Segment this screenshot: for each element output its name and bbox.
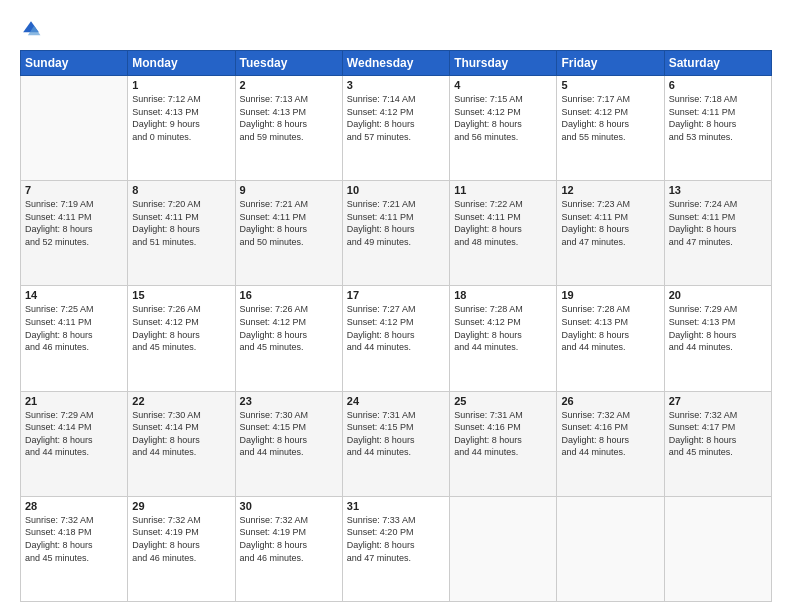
calendar-cell: 26Sunrise: 7:32 AMSunset: 4:16 PMDayligh… [557,391,664,496]
day-info: Sunrise: 7:32 AMSunset: 4:16 PMDaylight:… [561,409,659,459]
day-number: 14 [25,289,123,301]
day-number: 1 [132,79,230,91]
day-info: Sunrise: 7:20 AMSunset: 4:11 PMDaylight:… [132,198,230,248]
calendar-cell: 25Sunrise: 7:31 AMSunset: 4:16 PMDayligh… [450,391,557,496]
calendar-cell: 16Sunrise: 7:26 AMSunset: 4:12 PMDayligh… [235,286,342,391]
logo [20,18,46,40]
calendar-cell: 23Sunrise: 7:30 AMSunset: 4:15 PMDayligh… [235,391,342,496]
day-number: 20 [669,289,767,301]
weekday-header: Thursday [450,51,557,76]
calendar-cell: 2Sunrise: 7:13 AMSunset: 4:13 PMDaylight… [235,76,342,181]
day-info: Sunrise: 7:15 AMSunset: 4:12 PMDaylight:… [454,93,552,143]
weekday-header: Monday [128,51,235,76]
calendar-cell: 21Sunrise: 7:29 AMSunset: 4:14 PMDayligh… [21,391,128,496]
day-info: Sunrise: 7:31 AMSunset: 4:15 PMDaylight:… [347,409,445,459]
day-info: Sunrise: 7:30 AMSunset: 4:15 PMDaylight:… [240,409,338,459]
calendar-week-row: 21Sunrise: 7:29 AMSunset: 4:14 PMDayligh… [21,391,772,496]
day-info: Sunrise: 7:17 AMSunset: 4:12 PMDaylight:… [561,93,659,143]
day-number: 21 [25,395,123,407]
day-info: Sunrise: 7:19 AMSunset: 4:11 PMDaylight:… [25,198,123,248]
day-number: 28 [25,500,123,512]
calendar-week-row: 14Sunrise: 7:25 AMSunset: 4:11 PMDayligh… [21,286,772,391]
calendar-cell: 17Sunrise: 7:27 AMSunset: 4:12 PMDayligh… [342,286,449,391]
day-info: Sunrise: 7:18 AMSunset: 4:11 PMDaylight:… [669,93,767,143]
day-number: 17 [347,289,445,301]
calendar-cell [21,76,128,181]
day-info: Sunrise: 7:28 AMSunset: 4:13 PMDaylight:… [561,303,659,353]
calendar-week-row: 28Sunrise: 7:32 AMSunset: 4:18 PMDayligh… [21,496,772,601]
calendar-cell: 8Sunrise: 7:20 AMSunset: 4:11 PMDaylight… [128,181,235,286]
day-number: 16 [240,289,338,301]
day-info: Sunrise: 7:29 AMSunset: 4:13 PMDaylight:… [669,303,767,353]
page: SundayMondayTuesdayWednesdayThursdayFrid… [0,0,792,612]
calendar-cell: 24Sunrise: 7:31 AMSunset: 4:15 PMDayligh… [342,391,449,496]
day-number: 5 [561,79,659,91]
day-info: Sunrise: 7:14 AMSunset: 4:12 PMDaylight:… [347,93,445,143]
calendar-cell: 18Sunrise: 7:28 AMSunset: 4:12 PMDayligh… [450,286,557,391]
day-info: Sunrise: 7:21 AMSunset: 4:11 PMDaylight:… [347,198,445,248]
calendar-week-row: 7Sunrise: 7:19 AMSunset: 4:11 PMDaylight… [21,181,772,286]
day-info: Sunrise: 7:29 AMSunset: 4:14 PMDaylight:… [25,409,123,459]
day-info: Sunrise: 7:23 AMSunset: 4:11 PMDaylight:… [561,198,659,248]
day-info: Sunrise: 7:31 AMSunset: 4:16 PMDaylight:… [454,409,552,459]
day-number: 29 [132,500,230,512]
weekday-header: Saturday [664,51,771,76]
day-number: 6 [669,79,767,91]
day-number: 26 [561,395,659,407]
day-number: 12 [561,184,659,196]
day-number: 30 [240,500,338,512]
calendar-week-row: 1Sunrise: 7:12 AMSunset: 4:13 PMDaylight… [21,76,772,181]
calendar-cell [557,496,664,601]
calendar-cell: 22Sunrise: 7:30 AMSunset: 4:14 PMDayligh… [128,391,235,496]
calendar-cell: 7Sunrise: 7:19 AMSunset: 4:11 PMDaylight… [21,181,128,286]
day-info: Sunrise: 7:24 AMSunset: 4:11 PMDaylight:… [669,198,767,248]
day-number: 18 [454,289,552,301]
day-info: Sunrise: 7:32 AMSunset: 4:19 PMDaylight:… [132,514,230,564]
day-info: Sunrise: 7:30 AMSunset: 4:14 PMDaylight:… [132,409,230,459]
calendar-cell: 14Sunrise: 7:25 AMSunset: 4:11 PMDayligh… [21,286,128,391]
day-info: Sunrise: 7:12 AMSunset: 4:13 PMDaylight:… [132,93,230,143]
weekday-header: Sunday [21,51,128,76]
calendar-cell: 10Sunrise: 7:21 AMSunset: 4:11 PMDayligh… [342,181,449,286]
calendar-cell: 9Sunrise: 7:21 AMSunset: 4:11 PMDaylight… [235,181,342,286]
day-number: 15 [132,289,230,301]
calendar-cell: 28Sunrise: 7:32 AMSunset: 4:18 PMDayligh… [21,496,128,601]
calendar-cell: 1Sunrise: 7:12 AMSunset: 4:13 PMDaylight… [128,76,235,181]
calendar-table: SundayMondayTuesdayWednesdayThursdayFrid… [20,50,772,602]
day-number: 27 [669,395,767,407]
day-number: 2 [240,79,338,91]
day-number: 31 [347,500,445,512]
day-info: Sunrise: 7:32 AMSunset: 4:17 PMDaylight:… [669,409,767,459]
day-info: Sunrise: 7:25 AMSunset: 4:11 PMDaylight:… [25,303,123,353]
day-info: Sunrise: 7:27 AMSunset: 4:12 PMDaylight:… [347,303,445,353]
calendar-cell: 5Sunrise: 7:17 AMSunset: 4:12 PMDaylight… [557,76,664,181]
calendar-cell: 20Sunrise: 7:29 AMSunset: 4:13 PMDayligh… [664,286,771,391]
day-number: 3 [347,79,445,91]
day-info: Sunrise: 7:26 AMSunset: 4:12 PMDaylight:… [132,303,230,353]
day-number: 19 [561,289,659,301]
weekday-header: Friday [557,51,664,76]
weekday-header: Wednesday [342,51,449,76]
weekday-header: Tuesday [235,51,342,76]
calendar-cell: 31Sunrise: 7:33 AMSunset: 4:20 PMDayligh… [342,496,449,601]
day-number: 10 [347,184,445,196]
day-info: Sunrise: 7:32 AMSunset: 4:19 PMDaylight:… [240,514,338,564]
calendar-cell: 4Sunrise: 7:15 AMSunset: 4:12 PMDaylight… [450,76,557,181]
calendar-cell: 3Sunrise: 7:14 AMSunset: 4:12 PMDaylight… [342,76,449,181]
calendar-cell: 19Sunrise: 7:28 AMSunset: 4:13 PMDayligh… [557,286,664,391]
day-number: 7 [25,184,123,196]
day-info: Sunrise: 7:28 AMSunset: 4:12 PMDaylight:… [454,303,552,353]
day-number: 9 [240,184,338,196]
day-info: Sunrise: 7:22 AMSunset: 4:11 PMDaylight:… [454,198,552,248]
day-info: Sunrise: 7:32 AMSunset: 4:18 PMDaylight:… [25,514,123,564]
calendar-cell: 6Sunrise: 7:18 AMSunset: 4:11 PMDaylight… [664,76,771,181]
calendar-cell: 29Sunrise: 7:32 AMSunset: 4:19 PMDayligh… [128,496,235,601]
weekday-header-row: SundayMondayTuesdayWednesdayThursdayFrid… [21,51,772,76]
calendar-cell: 12Sunrise: 7:23 AMSunset: 4:11 PMDayligh… [557,181,664,286]
day-number: 11 [454,184,552,196]
day-number: 25 [454,395,552,407]
day-info: Sunrise: 7:21 AMSunset: 4:11 PMDaylight:… [240,198,338,248]
day-number: 24 [347,395,445,407]
day-info: Sunrise: 7:26 AMSunset: 4:12 PMDaylight:… [240,303,338,353]
calendar-cell [450,496,557,601]
